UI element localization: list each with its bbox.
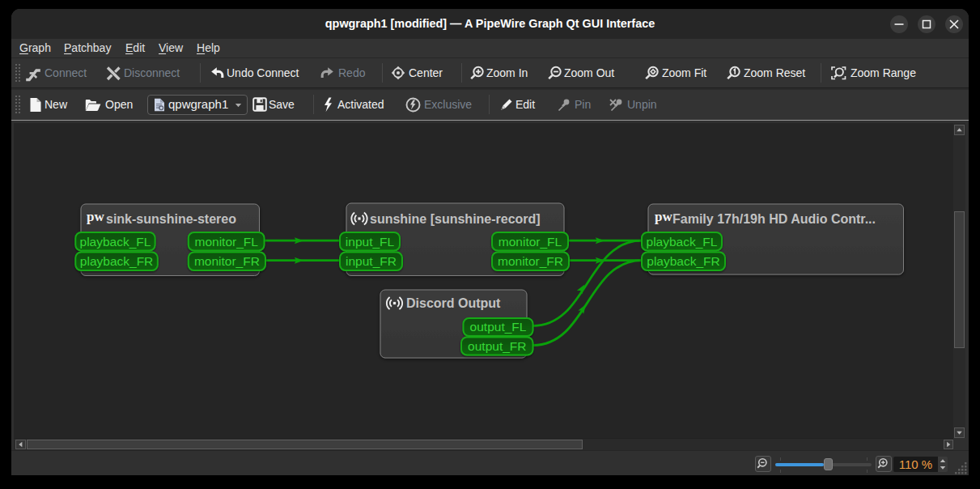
svg-text:playback_FR: playback_FR <box>647 254 719 268</box>
svg-text:output_FR: output_FR <box>468 339 526 353</box>
svg-text:pw: pw <box>87 209 104 224</box>
svg-text:pw: pw <box>655 209 672 224</box>
svg-text:Family 17h/19h HD Audio Contr.: Family 17h/19h HD Audio Contr... <box>672 212 876 226</box>
svg-text:input_FL: input_FL <box>346 235 395 249</box>
svg-text:monitor_FL: monitor_FL <box>194 235 258 249</box>
svg-text:playback_FR: playback_FR <box>80 254 153 268</box>
svg-text:sink-sunshine-stereo: sink-sunshine-stereo <box>106 212 236 226</box>
svg-text:sunshine [sunshine-record]: sunshine [sunshine-record] <box>370 212 541 226</box>
svg-text:playback_FL: playback_FL <box>80 235 151 249</box>
svg-text:output_FL: output_FL <box>470 320 527 334</box>
svg-text:playback_FL: playback_FL <box>647 235 718 249</box>
svg-text:Discord Output: Discord Output <box>406 296 501 310</box>
svg-text:input_FR: input_FR <box>346 254 397 268</box>
svg-text:monitor_FR: monitor_FR <box>498 254 563 268</box>
svg-text:monitor_FR: monitor_FR <box>194 254 260 268</box>
svg-text:monitor_FL: monitor_FL <box>498 235 562 249</box>
